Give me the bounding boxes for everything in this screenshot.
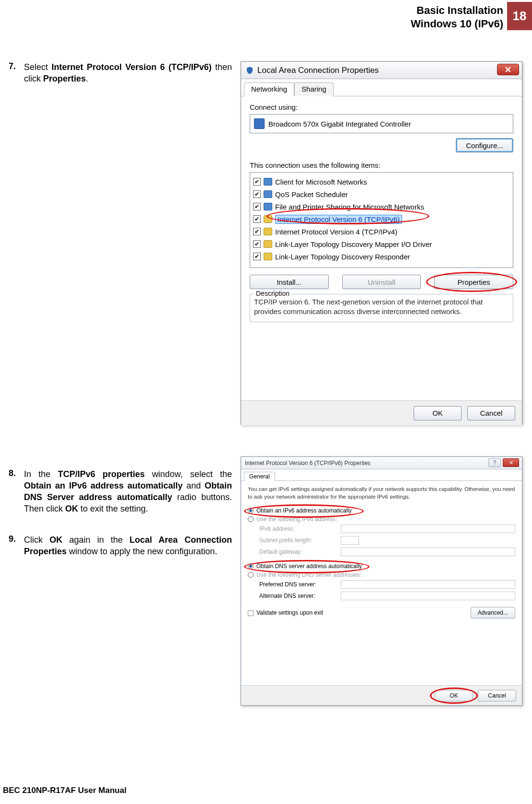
ipv6-address-input[interactable]	[341, 524, 515, 533]
radio-obtain-dns-auto[interactable]: Obtain DNS server address automatically	[248, 563, 515, 570]
radio-label: Use the following IPv6 address:	[256, 516, 337, 523]
header-line2: Windows 10 (IPv6)	[411, 17, 503, 31]
tab-networking[interactable]: Networking	[244, 82, 294, 96]
checkbox-icon[interactable]	[248, 610, 254, 616]
ipv6-address-label: IPv6 address:	[259, 525, 341, 532]
bold: TCP/IPv6 properties	[58, 469, 145, 479]
cancel-button[interactable]: Cancel	[467, 406, 515, 420]
checkbox-icon[interactable]: ✔	[253, 215, 261, 223]
text: to exit the setting.	[78, 504, 148, 513]
tab-general[interactable]: General	[244, 472, 275, 481]
tab-sharing[interactable]: Sharing	[294, 82, 334, 96]
step-body: In the TCP/IPv6 properties window, selec…	[24, 468, 232, 515]
text: In the	[24, 469, 58, 479]
preferred-dns-label: Preferred DNS server:	[259, 581, 341, 588]
checkbox-icon[interactable]: ✔	[253, 203, 261, 210]
uninstall-button: Uninstall	[342, 275, 421, 289]
list-item-label: Client for Microsoft Networks	[275, 178, 367, 186]
subnet-prefix-input[interactable]	[341, 536, 359, 545]
close-button[interactable]	[497, 64, 519, 75]
list-item[interactable]: ✔Client for Microsoft Networks	[252, 175, 511, 188]
list-item[interactable]: ✔Internet Protocol Version 4 (TCP/IPv4)	[252, 225, 511, 238]
checkbox-icon[interactable]: ✔	[253, 240, 261, 248]
radio-obtain-ipv6-auto[interactable]: Obtain an IPv6 address automatically	[248, 507, 515, 514]
bold: Obtain an IPv6 address automatically	[24, 481, 183, 490]
text: again in the	[62, 535, 129, 545]
radio-use-ipv6-address[interactable]: Use the following IPv6 address:	[248, 516, 515, 523]
preferred-dns-input[interactable]	[341, 580, 515, 589]
step-number: 9.	[9, 534, 24, 558]
description-group: Description TCP/IP version 6. The next-g…	[250, 294, 513, 322]
checkbox-icon[interactable]: ✔	[253, 253, 261, 260]
adapter-field[interactable]: Broadcom 570x Gigabit Integrated Control…	[250, 114, 513, 133]
window-body: Connect using: Broadcom 570x Gigabit Int…	[241, 96, 522, 400]
text: and	[183, 481, 205, 490]
radio-icon[interactable]	[248, 508, 254, 513]
connect-using-label: Connect using:	[250, 103, 513, 111]
radio-icon[interactable]	[248, 572, 254, 578]
radio-use-dns-addresses[interactable]: Use the following DNS server addresses:	[248, 571, 515, 578]
close-button[interactable]: ✕	[503, 458, 519, 467]
network-items-listbox[interactable]: ✔Client for Microsoft Networks ✔QoS Pack…	[250, 172, 513, 268]
subnet-prefix-label: Subnet prefix length:	[259, 537, 341, 544]
radio-icon[interactable]	[248, 516, 254, 522]
tab-bar: General	[241, 469, 522, 481]
install-button[interactable]: Install...	[250, 275, 329, 289]
description-legend: Description	[254, 290, 291, 297]
step-9: 9. Click OK again in the Local Area Conn…	[9, 534, 232, 558]
checkbox-icon[interactable]: ✔	[253, 178, 261, 186]
protocol-icon	[264, 253, 272, 260]
window-title: Local Area Connection Properties	[257, 66, 379, 75]
step-7: 7. Select Internet Protocol Version 6 (T…	[9, 61, 232, 85]
description-text: TCP/IP version 6. The next-genetion vers…	[254, 297, 509, 317]
validate-checkbox[interactable]: Validate settings upon exit	[248, 609, 323, 616]
advanced-button[interactable]: Advanced...	[471, 607, 515, 618]
window-titlebar[interactable]: Local Area Connection Properties	[241, 62, 522, 79]
list-item-label: QoS Packet Scheduler	[275, 190, 348, 198]
checkbox-icon[interactable]: ✔	[253, 228, 261, 235]
local-area-connection-properties-window: Local Area Connection Properties Network…	[241, 61, 522, 425]
network-adapter-icon	[254, 118, 265, 129]
shield-icon	[245, 65, 254, 76]
list-item[interactable]: ✔Link-Layer Topology Discovery Mapper I/…	[252, 238, 511, 250]
list-item[interactable]: ✔File and Printer Sharing for Microsoft …	[252, 200, 511, 213]
component-icon	[264, 178, 272, 186]
list-item-label: Link-Layer Topology Discovery Responder	[275, 253, 410, 261]
step-number: 8.	[9, 468, 24, 515]
properties-button[interactable]: Properties	[434, 275, 513, 289]
text: Click	[24, 535, 49, 545]
alternate-dns-input[interactable]	[341, 592, 515, 600]
validate-label: Validate settings upon exit	[256, 609, 323, 616]
text: .	[86, 74, 88, 83]
list-item-label: Link-Layer Topology Discovery Mapper I/O…	[275, 240, 432, 248]
list-item-label: Internet Protocol Version 6 (TCP/IPv6)	[275, 215, 402, 224]
ok-button[interactable]: OK	[414, 406, 462, 420]
window-body: You can get IPv6 settings assigned autom…	[241, 481, 522, 685]
page-number-badge: 18	[507, 2, 532, 30]
bold: Internet Protocol Version 6 (TCP/IPv6)	[52, 62, 212, 72]
list-item[interactable]: ✔QoS Packet Scheduler	[252, 188, 511, 200]
radio-icon[interactable]	[248, 563, 254, 569]
default-gateway-label: Default gateway:	[259, 548, 341, 555]
radio-label: Obtain an IPv6 address automatically	[256, 507, 352, 514]
radio-label: Use the following DNS server addresses:	[256, 571, 361, 578]
bold: OK	[65, 504, 78, 513]
intro-text: You can get IPv6 settings assigned autom…	[248, 486, 515, 501]
window-titlebar[interactable]: Internet Protocol Version 6 (TCP/IPv6) P…	[241, 457, 522, 469]
step-number: 7.	[9, 61, 24, 85]
radio-label: Obtain DNS server address automatically	[256, 563, 362, 570]
checkbox-icon[interactable]: ✔	[253, 190, 261, 198]
cancel-button[interactable]: Cancel	[478, 690, 516, 701]
window-footer: OK Cancel	[241, 400, 522, 425]
help-button[interactable]: ?	[488, 458, 501, 467]
list-item[interactable]: ✔Link-Layer Topology Discovery Responder	[252, 250, 511, 263]
text: window to apply the new configuration.	[67, 547, 217, 556]
adapter-name: Broadcom 570x Gigabit Integrated Control…	[268, 120, 411, 128]
ok-button[interactable]: OK	[435, 690, 473, 701]
configure-button[interactable]: Configure...	[456, 138, 513, 152]
tab-bar: Networking Sharing	[241, 79, 522, 96]
list-item-selected[interactable]: ✔Internet Protocol Version 6 (TCP/IPv6)	[252, 213, 511, 225]
window-title: Internet Protocol Version 6 (TCP/IPv6) P…	[245, 460, 370, 466]
default-gateway-input[interactable]	[341, 548, 515, 556]
list-item-label: Internet Protocol Version 4 (TCP/IPv4)	[275, 228, 397, 236]
